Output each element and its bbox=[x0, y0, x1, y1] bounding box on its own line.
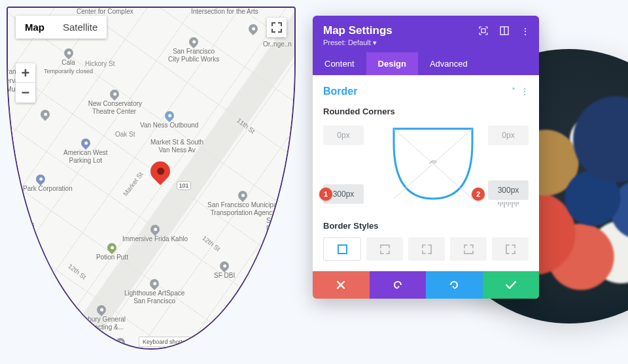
keyboard-shortcuts-link[interactable]: Keyboard shortcuts bbox=[139, 337, 198, 347]
rounded-corners-control: 0px 0px 300px 300px 1 2 bbox=[323, 123, 529, 208]
map-container[interactable]: Hickory St Oak St Market St 11th St 12th… bbox=[7, 7, 296, 350]
parking-pin-icon bbox=[34, 173, 47, 186]
poi-pin-icon bbox=[108, 88, 121, 101]
poi-label: eet Cycles Francisco bbox=[7, 221, 35, 236]
square-right-icon bbox=[422, 244, 432, 254]
poi-label: San Francisco City Public Works bbox=[168, 48, 219, 63]
rounded-corners-label: Rounded Corners bbox=[323, 107, 529, 116]
poi-pin-icon bbox=[148, 277, 161, 290]
route-shield: 101 bbox=[177, 181, 191, 190]
more-icon[interactable]: ⋮ bbox=[521, 26, 530, 37]
poi-pin-icon bbox=[187, 35, 200, 48]
corner-preview bbox=[392, 127, 474, 203]
map-type-map[interactable]: Map bbox=[16, 16, 54, 39]
more-icon[interactable]: ⋮ bbox=[521, 87, 529, 96]
tabs: Content Design Advanced bbox=[313, 52, 539, 75]
zoom-in-button[interactable]: + bbox=[16, 63, 35, 83]
border-style-top[interactable] bbox=[366, 237, 403, 261]
poi-label: Center for Complex bbox=[77, 8, 133, 16]
poi-label: SF DBI bbox=[214, 272, 235, 280]
section-border: Border ˄ ⋮ Rounded Corners 0px 0px 300px… bbox=[313, 75, 539, 271]
poi-label: San Francis Planning De bbox=[266, 217, 296, 232]
poi-label: Immersive Frida Kahlo bbox=[122, 235, 188, 243]
poi-pin-icon bbox=[95, 303, 108, 316]
square-left-icon bbox=[506, 244, 515, 254]
undo-button[interactable] bbox=[370, 271, 427, 299]
svg-rect-0 bbox=[481, 29, 485, 33]
section-header[interactable]: Border ˄ ⋮ bbox=[323, 86, 529, 97]
poi-pin-icon bbox=[9, 203, 22, 216]
poi-pin-icon bbox=[39, 108, 52, 121]
poi-label: Ashbury General Contracting &... bbox=[77, 316, 126, 331]
poi-pin-icon bbox=[7, 208, 15, 222]
corner-br-input[interactable]: 300px bbox=[488, 180, 529, 200]
callout-1: 1 bbox=[319, 188, 332, 201]
settings-panel: Map Settings Preset: Default ▾ ⋮ Content… bbox=[313, 16, 539, 299]
poi-label: Potion Putt bbox=[96, 254, 128, 261]
zoom-out-button[interactable]: − bbox=[16, 83, 35, 103]
fullscreen-button[interactable] bbox=[267, 18, 287, 37]
tab-content[interactable]: Content bbox=[313, 52, 366, 75]
poi-pin-icon bbox=[148, 223, 162, 236]
chevron-up-icon[interactable]: ˄ bbox=[512, 87, 515, 96]
poi-label: Market St & South Van Ness Av bbox=[150, 139, 203, 154]
corner-tl-input[interactable]: 0px bbox=[323, 125, 364, 145]
poi-label: American West Parking Lot bbox=[63, 149, 108, 164]
poi-pin-icon bbox=[114, 336, 127, 349]
square-top-icon bbox=[380, 244, 390, 254]
border-style-picker bbox=[323, 237, 529, 261]
preset-dropdown[interactable]: Preset: Default ▾ bbox=[323, 39, 529, 47]
poi-pin-icon bbox=[247, 22, 260, 35]
columns-icon[interactable] bbox=[500, 26, 509, 37]
street-label: Oak St bbox=[115, 131, 135, 138]
border-style-left[interactable] bbox=[492, 237, 529, 261]
redo-button[interactable] bbox=[426, 271, 483, 299]
poi-label: Lighthouse ArtSpace San Francisco bbox=[124, 290, 184, 305]
poi-label: Star Park Corporation bbox=[9, 185, 73, 193]
panel-footer bbox=[313, 271, 539, 299]
tab-design[interactable]: Design bbox=[366, 52, 418, 75]
expand-icon[interactable] bbox=[479, 26, 488, 37]
border-style-all[interactable] bbox=[323, 237, 361, 261]
map-type-toggle[interactable]: Map Satellite bbox=[16, 16, 107, 39]
poi-pin-icon bbox=[106, 241, 119, 254]
chevron-down-icon: ▾ bbox=[373, 39, 377, 46]
panel-header[interactable]: Map Settings Preset: Default ▾ ⋮ bbox=[313, 16, 539, 52]
save-button[interactable] bbox=[483, 271, 540, 299]
zoom-controls: + − bbox=[16, 63, 35, 103]
corner-tr-input[interactable]: 0px bbox=[488, 125, 529, 145]
transit-pin-icon bbox=[163, 109, 176, 122]
tab-advanced[interactable]: Advanced bbox=[418, 52, 480, 75]
border-style-bottom[interactable] bbox=[450, 237, 487, 261]
poi-label: Van Ness Outbound bbox=[140, 122, 198, 129]
poi-pin-icon bbox=[218, 259, 231, 273]
square-icon bbox=[338, 244, 347, 254]
poi-pin-icon bbox=[237, 189, 250, 202]
square-bottom-icon bbox=[464, 244, 474, 254]
cancel-button[interactable] bbox=[313, 271, 370, 299]
drag-track-icon[interactable] bbox=[488, 202, 529, 208]
border-styles-label: Border Styles bbox=[323, 221, 529, 231]
border-style-right[interactable] bbox=[408, 237, 445, 261]
map-type-satellite[interactable]: Satellite bbox=[54, 16, 107, 39]
parking-pin-icon bbox=[79, 137, 92, 150]
callout-2: 2 bbox=[472, 188, 485, 201]
poi-label: San Francisco Municipal Transportation A… bbox=[207, 201, 279, 216]
poi-label: Intersection for the Arts bbox=[191, 8, 258, 16]
poi-label: Or..nge..n bbox=[263, 41, 292, 48]
section-title: Border bbox=[323, 86, 357, 97]
